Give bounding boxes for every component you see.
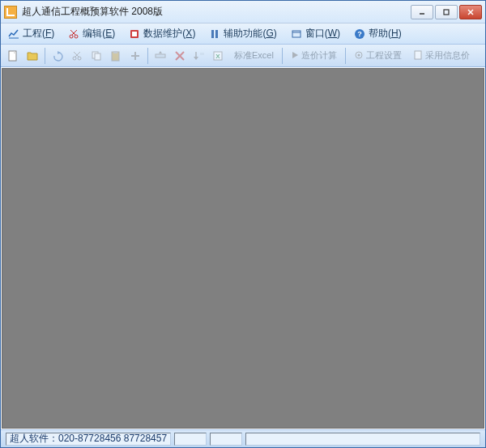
titlebar: 超人通信工程概预算软件 2008版 bbox=[1, 1, 485, 23]
status-cell-2 bbox=[210, 433, 242, 446]
maximize-button[interactable] bbox=[435, 5, 458, 19]
status-cell-1 bbox=[174, 433, 207, 446]
workspace-area bbox=[2, 68, 484, 429]
open-button[interactable] bbox=[23, 47, 41, 65]
cut-button bbox=[68, 47, 86, 65]
window-icon bbox=[290, 28, 303, 41]
info-price-button: 采用信息价 bbox=[408, 47, 475, 65]
gear-icon bbox=[354, 50, 364, 62]
play-icon bbox=[291, 51, 299, 61]
svg-point-20 bbox=[73, 57, 76, 60]
menu-help[interactable]: ? 帮助(H) bbox=[350, 25, 405, 42]
menu-label: 窗口(W) bbox=[305, 27, 340, 41]
scissors-icon bbox=[67, 28, 80, 41]
app-window: 超人通信工程概预算软件 2008版 工程(F) 编辑(E) 数据维护(X) bbox=[0, 0, 486, 448]
database-icon bbox=[128, 28, 141, 41]
move-down-button bbox=[190, 47, 208, 65]
svg-marker-31 bbox=[159, 51, 162, 53]
menu-label: 数据维护(X) bbox=[143, 27, 195, 41]
statusbar: 超人软件：020-87728456 87728457 bbox=[1, 429, 485, 447]
separator bbox=[345, 48, 346, 64]
svg-text:?: ? bbox=[357, 30, 362, 38]
svg-text:X: X bbox=[215, 53, 220, 60]
separator bbox=[147, 48, 148, 64]
svg-point-21 bbox=[78, 57, 81, 60]
svg-marker-39 bbox=[292, 52, 298, 58]
svg-rect-13 bbox=[292, 31, 301, 37]
app-icon bbox=[4, 6, 17, 19]
svg-rect-36 bbox=[200, 53, 204, 55]
insert-row-button bbox=[151, 47, 169, 65]
svg-marker-35 bbox=[194, 57, 198, 60]
svg-marker-19 bbox=[58, 51, 61, 54]
svg-rect-27 bbox=[113, 51, 117, 53]
svg-rect-30 bbox=[156, 54, 165, 58]
calc-button: 造价计算 bbox=[286, 47, 342, 65]
menu-label: 编辑(E) bbox=[83, 27, 115, 41]
minimize-button[interactable] bbox=[411, 5, 433, 19]
copy-button bbox=[87, 47, 105, 65]
menu-project[interactable]: 工程(F) bbox=[4, 25, 58, 42]
window-controls bbox=[411, 5, 482, 19]
menu-label: 工程(F) bbox=[23, 27, 54, 41]
svg-point-5 bbox=[70, 35, 73, 38]
paste-button bbox=[107, 47, 125, 65]
tools-icon bbox=[208, 28, 221, 41]
close-button[interactable] bbox=[459, 5, 482, 19]
add-button bbox=[126, 47, 144, 65]
window-title: 超人通信工程概预算软件 2008版 bbox=[22, 5, 411, 19]
undo-button bbox=[49, 47, 66, 65]
separator bbox=[45, 48, 45, 64]
svg-rect-42 bbox=[415, 51, 421, 59]
menu-label: 辅助功能(G) bbox=[224, 27, 276, 41]
svg-rect-1 bbox=[444, 10, 449, 15]
svg-rect-11 bbox=[211, 30, 214, 38]
menu-window[interactable]: 窗口(W) bbox=[287, 25, 343, 42]
svg-rect-10 bbox=[132, 32, 137, 36]
delete-button bbox=[171, 47, 189, 65]
document-icon bbox=[413, 50, 423, 62]
new-button[interactable] bbox=[4, 47, 22, 65]
svg-rect-12 bbox=[215, 30, 218, 38]
menu-label: 帮助(H) bbox=[369, 27, 402, 41]
excel-button: 标准Excel bbox=[229, 47, 279, 65]
toolbar: X 标准Excel 造价计算 工程设置 采用信息价 bbox=[1, 45, 485, 67]
status-main: 超人软件：020-87728456 87728457 bbox=[6, 433, 171, 446]
chart-icon bbox=[7, 28, 20, 41]
menu-data[interactable]: 数据维护(X) bbox=[125, 25, 198, 42]
export-button: X bbox=[210, 47, 228, 65]
separator bbox=[282, 48, 283, 64]
status-cell-3 bbox=[245, 433, 480, 446]
settings-button: 工程设置 bbox=[349, 47, 407, 65]
help-icon: ? bbox=[353, 28, 366, 41]
svg-point-41 bbox=[357, 53, 360, 56]
menubar: 工程(F) 编辑(E) 数据维护(X) 辅助功能(G) 窗口(W) ? 帮助(H… bbox=[1, 23, 485, 45]
menu-edit[interactable]: 编辑(E) bbox=[64, 25, 118, 42]
svg-rect-25 bbox=[95, 53, 100, 60]
svg-point-6 bbox=[75, 35, 78, 38]
menu-aux[interactable]: 辅助功能(G) bbox=[205, 25, 279, 42]
